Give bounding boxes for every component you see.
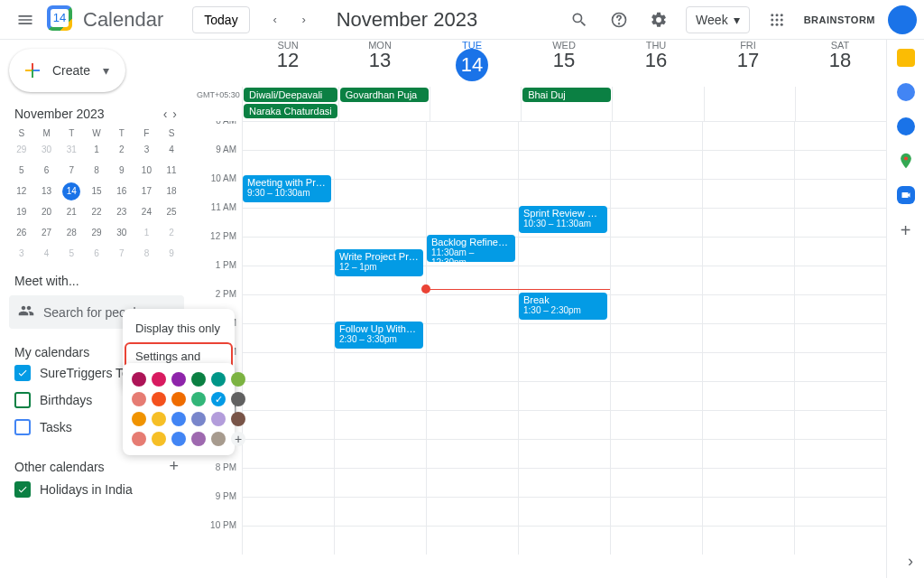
- hour-cell[interactable]: [518, 382, 610, 410]
- mini-day[interactable]: 29: [13, 141, 31, 159]
- color-swatch[interactable]: [211, 372, 226, 387]
- mini-day[interactable]: 29: [88, 224, 106, 242]
- hour-cell[interactable]: [794, 353, 886, 381]
- hour-cell[interactable]: [702, 440, 794, 468]
- day-header[interactable]: SUN12: [242, 40, 334, 87]
- mini-prev-button[interactable]: ‹: [162, 105, 170, 123]
- hour-cell[interactable]: [702, 122, 794, 150]
- allday-cell[interactable]: Diwali/DeepavaliNaraka Chaturdasi: [242, 87, 338, 121]
- allday-event[interactable]: Diwali/Deepavali: [244, 88, 337, 102]
- hour-cell[interactable]: [794, 266, 886, 294]
- calendar-list-item[interactable]: Holidays in India: [9, 476, 184, 503]
- hour-cell[interactable]: [794, 527, 886, 555]
- hour-cell[interactable]: [610, 324, 702, 352]
- allday-cell[interactable]: [612, 87, 703, 121]
- hour-cell[interactable]: [702, 295, 794, 323]
- mini-day[interactable]: 24: [137, 203, 155, 221]
- hour-cell[interactable]: [518, 180, 610, 208]
- hour-cell[interactable]: [426, 209, 518, 237]
- hour-cell[interactable]: [610, 382, 702, 410]
- hour-cell[interactable]: [426, 527, 518, 555]
- hour-cell[interactable]: [794, 151, 886, 179]
- allday-cell[interactable]: [795, 87, 886, 121]
- hour-cell[interactable]: [794, 295, 886, 323]
- day-header[interactable]: MON13: [334, 40, 426, 87]
- hour-cell[interactable]: [518, 469, 610, 497]
- hour-cell[interactable]: [702, 266, 794, 294]
- hour-cell[interactable]: [794, 180, 886, 208]
- mini-day[interactable]: 3: [137, 141, 155, 159]
- hour-grid[interactable]: 8 AM9 AM10 AM11 AM12 PM1 PM2 PM3 PM4 PM5…: [197, 121, 886, 573]
- hour-cell[interactable]: [242, 469, 334, 497]
- hour-cell[interactable]: [518, 151, 610, 179]
- color-swatch[interactable]: [171, 412, 186, 426]
- hour-cell[interactable]: [702, 238, 794, 266]
- hour-cell[interactable]: [610, 266, 702, 294]
- hour-cell[interactable]: [702, 382, 794, 410]
- mini-day[interactable]: 8: [137, 245, 155, 263]
- hour-cell[interactable]: [426, 122, 518, 150]
- color-swatch[interactable]: [191, 372, 206, 387]
- hour-cell[interactable]: [610, 469, 702, 497]
- color-swatch[interactable]: [152, 372, 166, 387]
- mini-day[interactable]: 6: [38, 162, 56, 180]
- hour-cell[interactable]: [518, 498, 610, 526]
- help-icon[interactable]: [601, 2, 637, 38]
- hour-cell[interactable]: [242, 324, 334, 352]
- mini-day[interactable]: 22: [88, 203, 106, 221]
- mini-day[interactable]: 31: [62, 141, 80, 159]
- mini-day[interactable]: 14: [62, 182, 80, 200]
- hour-cell[interactable]: [794, 440, 886, 468]
- mini-next-button[interactable]: ›: [171, 105, 179, 123]
- color-swatch[interactable]: [231, 392, 245, 406]
- mini-day[interactable]: 7: [62, 162, 80, 180]
- mini-day[interactable]: 13: [38, 182, 56, 200]
- mini-day[interactable]: 26: [13, 224, 31, 242]
- hour-cell[interactable]: [702, 324, 794, 352]
- hour-cell[interactable]: [426, 180, 518, 208]
- hour-cell[interactable]: [426, 440, 518, 468]
- hour-cell[interactable]: [518, 411, 610, 439]
- meet-icon[interactable]: [897, 186, 915, 204]
- other-calendars-header[interactable]: Other calendars +: [9, 457, 184, 476]
- hour-cell[interactable]: [426, 469, 518, 497]
- mini-day[interactable]: 12: [13, 182, 31, 200]
- calendar-event[interactable]: Meeting with Product Owners9:30 – 10:30a…: [243, 175, 331, 202]
- hour-cell[interactable]: [242, 353, 334, 381]
- mini-day[interactable]: 11: [162, 162, 180, 180]
- hour-cell[interactable]: [242, 295, 334, 323]
- hour-cell[interactable]: [242, 266, 334, 294]
- color-swatch[interactable]: [132, 372, 146, 387]
- mini-day[interactable]: 2: [113, 141, 131, 159]
- allday-cell[interactable]: Govardhan Puja: [338, 87, 430, 121]
- hour-cell[interactable]: [242, 209, 334, 237]
- search-icon[interactable]: [561, 2, 597, 38]
- hour-cell[interactable]: [426, 382, 518, 410]
- mini-day[interactable]: 16: [113, 182, 131, 200]
- mini-day[interactable]: 17: [137, 182, 155, 200]
- day-header[interactable]: TUE14: [426, 40, 518, 87]
- allday-event[interactable]: Naraka Chaturdasi: [244, 104, 337, 118]
- add-calendar-icon[interactable]: +: [169, 457, 179, 476]
- hour-cell[interactable]: [426, 324, 518, 352]
- color-swatch[interactable]: [191, 412, 206, 426]
- day-header[interactable]: FRI17: [702, 40, 794, 87]
- calendar-event[interactable]: Sprint Review Meeting10:30 – 11:30am: [519, 206, 607, 233]
- hour-cell[interactable]: [702, 209, 794, 237]
- contacts-icon[interactable]: [897, 117, 915, 135]
- hour-cell[interactable]: [518, 238, 610, 266]
- hour-cell[interactable]: [426, 353, 518, 381]
- hour-cell[interactable]: [702, 151, 794, 179]
- maps-icon[interactable]: [897, 152, 915, 170]
- mini-day[interactable]: 9: [162, 245, 180, 263]
- mini-day[interactable]: 8: [88, 162, 106, 180]
- color-swatch[interactable]: ✓: [211, 392, 226, 406]
- mini-day[interactable]: 4: [162, 141, 180, 159]
- color-swatch[interactable]: [191, 392, 206, 406]
- settings-gear-icon[interactable]: [641, 2, 677, 38]
- hour-cell[interactable]: [702, 498, 794, 526]
- calendar-checkbox[interactable]: [14, 392, 31, 408]
- hour-cell[interactable]: [334, 151, 426, 179]
- hour-cell[interactable]: [794, 469, 886, 497]
- allday-cell[interactable]: [430, 87, 521, 121]
